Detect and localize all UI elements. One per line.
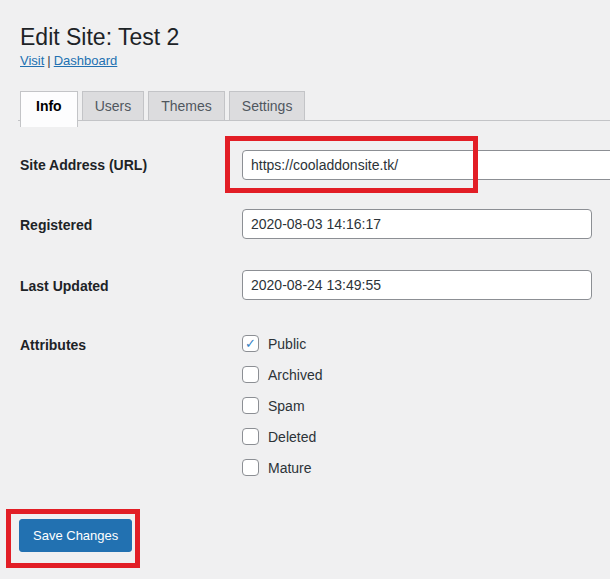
tab-settings[interactable]: Settings — [229, 91, 306, 121]
checkbox-archived[interactable] — [242, 366, 259, 383]
attribute-row-spam[interactable]: Spam — [242, 397, 322, 414]
attributes-list: ✓ Public Archived Spam Deleted Mature — [242, 335, 322, 476]
attribute-row-public[interactable]: ✓ Public — [242, 335, 322, 352]
checkbox-label: Spam — [268, 398, 305, 414]
attribute-row-archived[interactable]: Archived — [242, 366, 322, 383]
checkbox-public[interactable]: ✓ — [242, 335, 259, 352]
checkbox-label: Deleted — [268, 429, 316, 445]
tab-info[interactable]: Info — [20, 91, 78, 127]
page-title: Edit Site: Test 2 — [20, 14, 179, 56]
checkbox-label: Public — [268, 336, 306, 352]
save-changes-button[interactable]: Save Changes — [19, 519, 132, 552]
header-links: Visit|Dashboard — [20, 52, 117, 70]
visit-link[interactable]: Visit — [20, 53, 44, 68]
attribute-row-mature[interactable]: Mature — [242, 459, 322, 476]
dashboard-link[interactable]: Dashboard — [54, 53, 118, 68]
registered-input[interactable] — [242, 209, 592, 239]
registered-label: Registered — [20, 217, 92, 233]
attributes-label: Attributes — [20, 337, 86, 353]
checkbox-mature[interactable] — [242, 459, 259, 476]
tab-themes[interactable]: Themes — [148, 91, 225, 121]
link-separator: | — [47, 53, 50, 68]
last-updated-label: Last Updated — [20, 278, 109, 294]
site-address-label: Site Address (URL) — [20, 157, 147, 173]
site-address-input[interactable] — [242, 150, 610, 180]
checkbox-spam[interactable] — [242, 397, 259, 414]
checkbox-deleted[interactable] — [242, 428, 259, 445]
last-updated-input[interactable] — [242, 270, 592, 300]
checkbox-label: Archived — [268, 367, 322, 383]
checkbox-label: Mature — [268, 460, 312, 476]
tab-users[interactable]: Users — [82, 91, 145, 121]
tab-bar: Info Users Themes Settings — [20, 91, 309, 127]
attribute-row-deleted[interactable]: Deleted — [242, 428, 322, 445]
